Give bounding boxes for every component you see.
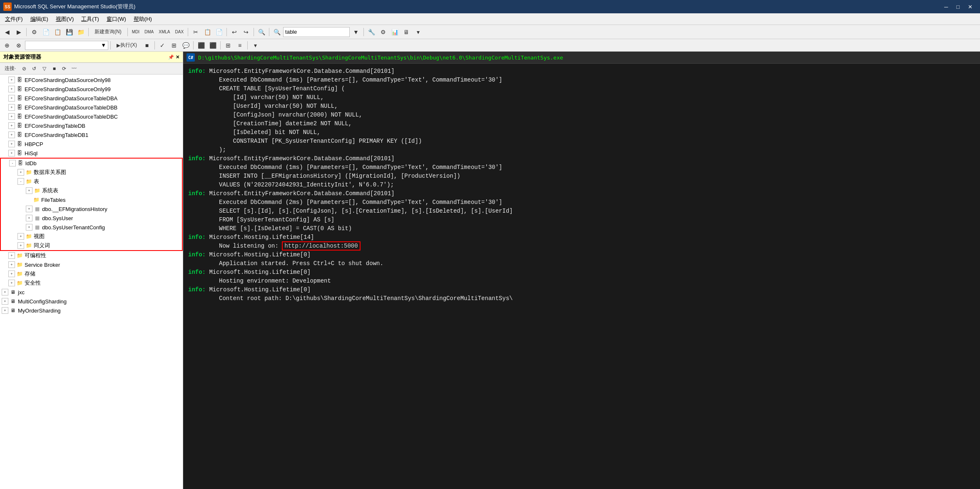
expand-icon[interactable]: - [17, 178, 24, 185]
undo-btn[interactable]: ↩ [229, 27, 240, 37]
oe-btn-disconnect[interactable]: ⊘ [20, 64, 29, 73]
tree-node-synonyms[interactable]: + 📁 同义词 [1, 241, 182, 250]
tree-node-efcore-dbc[interactable]: + 🗄 EFCoreShardingDataSourceTableDBC [0, 112, 183, 121]
format-btn[interactable]: ⊞ [169, 40, 179, 51]
window-minimize-btn[interactable]: ─ [940, 4, 952, 10]
down-arrow[interactable]: ▾ [250, 40, 261, 51]
tree-node-security[interactable]: + 📁 安全性 [0, 278, 183, 288]
toolbar-dax[interactable]: DAX [173, 27, 186, 37]
results-btn[interactable]: ⊞ [223, 40, 234, 51]
tree-node-efcore-table[interactable]: + 🗄 EFCoreShardingTableDB [0, 121, 183, 130]
toolbar-xmla[interactable]: XMLA [157, 27, 172, 37]
new-query-btn[interactable]: 新建查询(N) [91, 27, 125, 37]
align-left[interactable]: ⬛ [196, 40, 206, 51]
expand-icon[interactable]: + [26, 206, 32, 212]
panel-close-btn[interactable]: ✕ [176, 55, 179, 60]
tree-node-hbpcp[interactable]: + 🗄 HBPCP [0, 139, 183, 149]
expand-icon[interactable]: + [17, 242, 24, 249]
search-input[interactable] [285, 29, 343, 35]
search-go-btn[interactable]: ▼ [351, 27, 361, 37]
tool2[interactable]: ⚙ [378, 27, 388, 37]
tree-node-servicebroker[interactable]: + 📁 Service Broker [0, 260, 183, 269]
tb2-btn2[interactable]: ⊗ [13, 40, 24, 51]
expand-icon[interactable]: + [8, 150, 15, 156]
stop-btn[interactable]: ■ [142, 40, 152, 51]
tree-node-lddb[interactable]: - 🗄 ldDb [1, 159, 182, 168]
fwd-btn[interactable]: ▶ [13, 27, 24, 37]
tool5[interactable]: ▾ [413, 27, 423, 37]
expand-icon[interactable]: - [9, 160, 16, 166]
tree-node-efcore98[interactable]: + 🗄 EFCoreShardingDataSourceOnly98 [0, 75, 183, 84]
tree-node-jxc[interactable]: + 🖥 jxc [0, 288, 183, 297]
search-btn[interactable]: 🔍 [271, 27, 282, 37]
tree-node-storage[interactable]: + 📁 存储 [0, 269, 183, 278]
expand-icon[interactable]: + [8, 132, 15, 138]
expand-icon[interactable]: + [2, 289, 8, 295]
messages-btn[interactable]: ≡ [234, 40, 245, 51]
tool1[interactable]: 🔧 [366, 27, 377, 37]
expand-icon[interactable]: + [8, 113, 15, 120]
panel-pin-btn[interactable]: 📌 [168, 55, 174, 60]
expand-icon[interactable]: + [17, 169, 24, 176]
tree-node-ef-history[interactable]: + ▦ dbo.__EFMigrationsHistory [1, 204, 182, 213]
expand-icon[interactable]: + [8, 122, 15, 129]
toolbar-btn5[interactable]: 📁 [75, 27, 86, 37]
oe-btn-filter[interactable]: ▽ [40, 64, 49, 73]
tree-node-views[interactable]: + 📁 视图 [1, 232, 182, 241]
toolbar-btn2[interactable]: 📄 [40, 27, 51, 37]
expand-icon[interactable]: + [8, 280, 15, 286]
menu-file[interactable]: 文件(F) [2, 15, 26, 24]
tree-node-efcore99[interactable]: + 🗄 EFCoreShardingDataSourceOnly99 [0, 84, 183, 94]
toolbar-dma[interactable]: DMA [142, 27, 156, 37]
tree-node-tables[interactable]: - 📁 表 [1, 177, 182, 186]
oe-btn-sync[interactable]: ⟳ [60, 64, 69, 73]
menu-tools[interactable]: 工具(T) [78, 15, 102, 24]
expand-icon[interactable]: + [2, 307, 8, 314]
db-selector-arrow[interactable]: ▼ [101, 42, 106, 48]
parse-btn[interactable]: ✓ [157, 40, 168, 51]
expand-icon[interactable]: + [17, 233, 24, 240]
expand-icon[interactable]: + [2, 298, 8, 305]
expand-icon[interactable]: + [8, 271, 15, 277]
tree-node-myorder[interactable]: + 🖥 MyOrderSharding [0, 306, 183, 315]
tree-node-programmability[interactable]: + 📁 可编程性 [0, 251, 183, 260]
tree-node-hisql[interactable]: + 🗄 HiSql [0, 149, 183, 158]
tree-node-sysusertenant[interactable]: + ▦ dbo.SysUserTenantConfig [1, 223, 182, 232]
menu-window[interactable]: 窗口(W) [103, 15, 129, 24]
expand-icon[interactable]: + [8, 104, 15, 111]
oe-btn-refresh[interactable]: ↺ [30, 64, 39, 73]
expand-icon[interactable]: + [26, 187, 32, 194]
copy-btn[interactable]: 📋 [202, 27, 213, 37]
toolbar-mdi[interactable]: MDI [130, 27, 142, 37]
expand-icon[interactable]: + [8, 252, 15, 259]
expand-icon[interactable]: + [26, 224, 32, 231]
comment-btn[interactable]: 💬 [180, 40, 191, 51]
toolbar-btn4[interactable]: 💾 [64, 27, 75, 37]
dbg-btn[interactable]: 🔍 [256, 27, 267, 37]
oe-btn-wave[interactable]: 〰 [70, 64, 79, 73]
paste-btn[interactable]: 📄 [214, 27, 224, 37]
window-close-btn[interactable]: ✕ [964, 4, 977, 10]
expand-icon[interactable]: + [8, 77, 15, 83]
expand-icon[interactable]: + [26, 215, 32, 221]
tool4[interactable]: 🖥 [401, 27, 412, 37]
execute-btn[interactable]: ▶ 执行(X) [113, 40, 141, 51]
toolbar-btn1[interactable]: ⚙ [29, 27, 40, 37]
tree-node-diagram[interactable]: + 📁 数据库关系图 [1, 168, 182, 177]
tree-node-sysuser[interactable]: + ▦ dbo.SysUser [1, 213, 182, 223]
window-maximize-btn[interactable]: □ [952, 4, 964, 10]
expand-icon[interactable]: + [8, 86, 15, 92]
tree-node-multiconfig[interactable]: + 🖥 MultiConfigSharding [0, 297, 183, 306]
align-right[interactable]: ⬛ [207, 40, 218, 51]
tree-node-efcore-table1[interactable]: + 🗄 EFCoreShardingTableDB1 [0, 130, 183, 139]
menu-edit[interactable]: 编辑(E) [27, 15, 52, 24]
cut-btn[interactable]: ✂ [190, 27, 201, 37]
tb2-btn1[interactable]: ⊕ [2, 40, 12, 51]
tree-node-filetables[interactable]: 📁 FileTables [1, 195, 182, 204]
tree-node-systables[interactable]: + 📁 系统表 [1, 186, 182, 195]
redo-btn[interactable]: ↪ [241, 27, 251, 37]
expand-icon[interactable]: + [8, 141, 15, 147]
tree-node-efcore-dba[interactable]: + 🗄 EFCoreShardingDataSourceTableDBA [0, 94, 183, 103]
oe-btn-stop[interactable]: ■ [50, 64, 59, 73]
toolbar-btn3[interactable]: 📋 [52, 27, 63, 37]
